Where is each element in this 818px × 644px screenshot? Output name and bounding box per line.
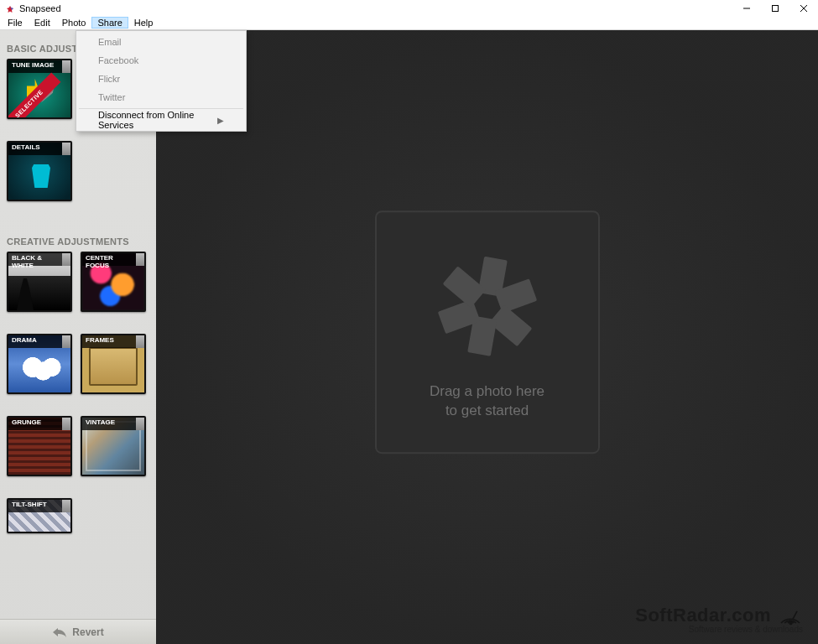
revert-button[interactable]: Revert	[0, 619, 156, 644]
share-disconnect-label: Disconnect from Online Services	[98, 110, 217, 130]
tool-label: DETAILS	[8, 143, 70, 155]
titlebar: Snapseed	[0, 0, 818, 16]
share-dropdown: Email Facebook Flickr Twitter Disconnect…	[76, 30, 247, 132]
submenu-arrow-icon: ▶	[217, 116, 224, 125]
workspace: Email Facebook Flickr Twitter Disconnect…	[0, 30, 818, 644]
radar-icon	[778, 605, 803, 626]
drop-line2: to get started	[430, 402, 544, 421]
creative-section-title: CREATIVE ADJUSTMENTS	[0, 223, 156, 252]
window-controls	[732, 0, 818, 16]
menu-help[interactable]: Help	[128, 17, 159, 29]
share-flickr[interactable]: Flickr	[78, 70, 244, 88]
maximize-button[interactable]	[761, 0, 789, 16]
share-email[interactable]: Email	[78, 33, 244, 51]
tile-tab-icon	[62, 60, 70, 73]
drop-text: Drag a photo here to get started	[430, 382, 544, 421]
watermark-text: SoftRadar.com	[635, 605, 771, 626]
svg-rect-11	[792, 610, 798, 619]
minimize-button[interactable]	[732, 0, 761, 16]
share-facebook[interactable]: Facebook	[78, 51, 244, 70]
tile-tab-icon	[136, 253, 144, 266]
tool-label: VINTAGE	[82, 418, 144, 430]
tile-tab-icon	[62, 143, 70, 155]
tile-tab-icon	[62, 335, 70, 348]
drop-line1: Drag a photo here	[430, 382, 544, 402]
drop-zone[interactable]: Drag a photo here to get started	[375, 210, 600, 454]
revert-arrow-icon	[52, 627, 67, 637]
menu-edit[interactable]: Edit	[29, 17, 56, 29]
tool-label: GRUNGE	[8, 418, 70, 430]
menu-separator	[79, 108, 243, 109]
tool-label: BLACK & WHITE	[8, 253, 70, 266]
tool-tune-image[interactable]: TUNE IMAGE SELECTIVE	[7, 59, 72, 119]
tool-grunge[interactable]: GRUNGE	[7, 416, 72, 476]
canvas-area[interactable]: Drag a photo here to get started SoftRad…	[156, 30, 818, 644]
share-disconnect[interactable]: Disconnect from Online Services ▶	[78, 111, 244, 129]
tile-tab-icon	[62, 418, 70, 430]
close-button[interactable]	[789, 0, 818, 16]
pinwheel-icon	[425, 243, 550, 369]
menu-photo[interactable]: Photo	[56, 17, 92, 29]
tool-drama[interactable]: DRAMA	[7, 334, 72, 394]
tool-label: DRAMA	[8, 335, 70, 348]
tool-label: CENTER FOCUS	[82, 253, 144, 266]
svg-rect-9	[442, 266, 486, 308]
tile-tab-icon	[136, 335, 144, 348]
tool-black-white[interactable]: BLACK & WHITE	[7, 252, 72, 312]
tile-tab-icon	[62, 500, 70, 512]
tool-label: TILT-SHIFT	[8, 500, 70, 512]
revert-label: Revert	[72, 626, 103, 638]
tile-tab-icon	[62, 253, 70, 266]
tool-label: FRAMES	[82, 335, 144, 348]
menubar: File Edit Photo Share Help	[0, 16, 818, 30]
menu-share[interactable]: Share	[91, 17, 128, 29]
tool-label: TUNE IMAGE	[8, 60, 70, 73]
tile-tab-icon	[136, 418, 144, 430]
watermark: SoftRadar.com Software reviews & downloa…	[635, 605, 803, 634]
tool-details[interactable]: DETAILS	[7, 141, 72, 201]
share-twitter[interactable]: Twitter	[78, 88, 244, 106]
app-title: Snapseed	[19, 3, 61, 13]
menu-file[interactable]: File	[2, 17, 29, 29]
tool-center-focus[interactable]: CENTER FOCUS	[81, 252, 146, 312]
tool-vintage[interactable]: VINTAGE	[81, 416, 146, 476]
app-icon	[5, 3, 15, 13]
tool-frames[interactable]: FRAMES	[81, 334, 146, 394]
tool-tilt-shift[interactable]: TILT-SHIFT	[7, 498, 72, 533]
svg-rect-1	[773, 5, 779, 11]
